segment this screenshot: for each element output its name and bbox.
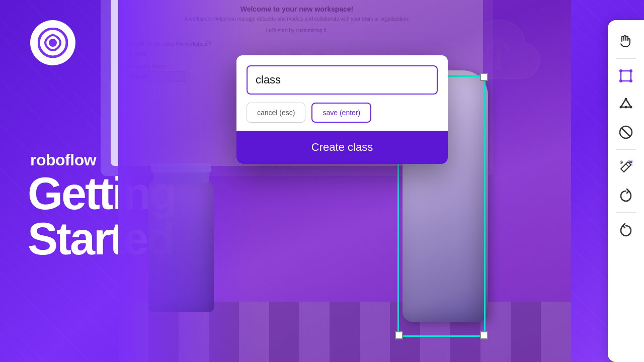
save-button[interactable]: save (enter) [311,103,371,123]
class-name-input[interactable] [247,65,438,95]
dialog-actions: cancel (esc) save (enter) [236,103,448,131]
annotation-toolbar [608,20,644,362]
hand-tool-button[interactable] [613,28,639,54]
svg-point-6 [629,79,632,82]
bbox-corner-br [480,331,488,339]
svg-point-4 [629,69,632,72]
svg-point-8 [620,106,622,109]
create-class-button[interactable]: Create class [236,131,448,164]
toolbar-divider-3 [616,212,636,213]
svg-rect-2 [621,71,631,81]
null-tool-button[interactable] [613,119,639,145]
bounding-box-tool-button[interactable] [613,63,639,89]
create-class-dialog: cancel (esc) save (enter) Create class [236,55,448,164]
svg-line-12 [622,128,630,136]
dialog-input-area [236,55,448,103]
svg-point-7 [625,98,627,101]
svg-point-3 [619,69,622,72]
svg-point-14 [628,160,629,161]
brand-name: roboflow [30,151,96,169]
cancel-button[interactable]: cancel (esc) [247,103,305,123]
logo[interactable] [30,20,75,65]
polygon-tool-button[interactable] [613,91,639,117]
toolbar-divider-2 [616,149,636,150]
content-layer: roboflow Getting Started Welcome to your… [0,0,644,362]
bbox-corner-tr [480,73,488,81]
chess-area [118,0,571,362]
svg-point-13 [630,161,632,163]
chess-gradient-overlay [118,0,571,362]
magic-tool-button[interactable] [613,154,639,180]
svg-point-5 [619,79,622,82]
svg-point-10 [625,106,627,109]
svg-point-1 [49,39,57,47]
undo-button[interactable] [613,217,639,243]
logo-circle [30,20,75,65]
svg-point-15 [631,164,632,165]
toolbar-divider-1 [616,58,636,59]
redo-button[interactable] [613,182,639,208]
svg-point-9 [630,106,632,109]
bbox-corner-bl [395,331,403,339]
